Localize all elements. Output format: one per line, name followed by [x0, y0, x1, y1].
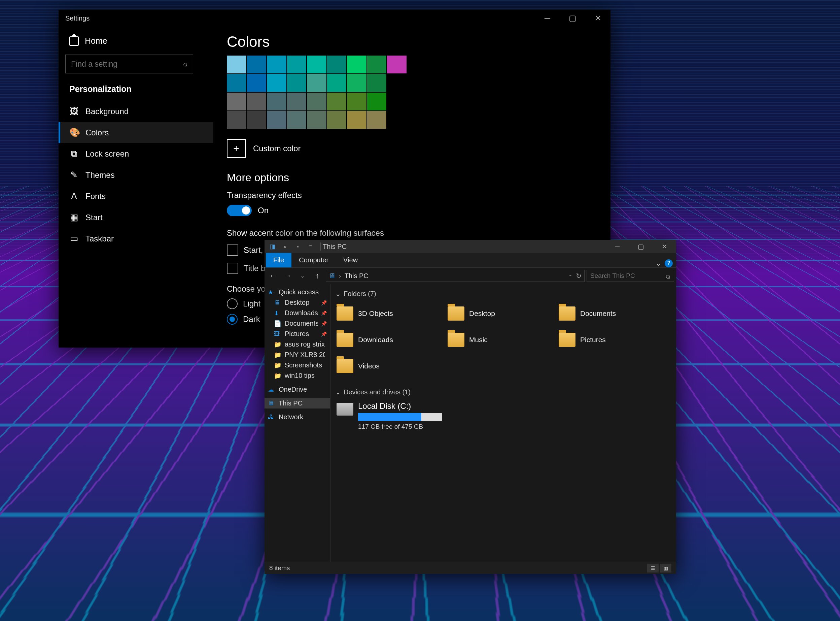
tab-view[interactable]: View [336, 253, 365, 267]
settings-titlebar[interactable]: Settings ─ ▢ ✕ [59, 10, 610, 27]
color-swatch[interactable] [227, 111, 246, 129]
color-swatch[interactable] [347, 56, 367, 73]
address-dropdown-icon[interactable]: ⌄ [568, 272, 573, 280]
minimize-button[interactable]: ─ [535, 10, 560, 27]
settings-search[interactable]: ⌕ [65, 55, 193, 73]
nav-item-pictures[interactable]: 🖼Pictures📌 [264, 329, 330, 339]
settings-search-input[interactable] [71, 60, 172, 69]
chevron-down-icon[interactable]: ⌄ [656, 259, 661, 267]
nav-item-asus-rog-strix-2080-[interactable]: 📁asus rog strix 2080 [264, 339, 330, 350]
color-swatch[interactable] [227, 92, 246, 111]
explorer-titlebar[interactable]: ◨ ▫ ▪ ⁼ This PC ─ ▢ ✕ [264, 240, 676, 253]
forward-button[interactable]: → [281, 270, 294, 282]
breadcrumb[interactable]: This PC [344, 272, 369, 280]
nav-item-desktop[interactable]: 🖥Desktop📌 [264, 297, 330, 308]
color-swatch[interactable] [247, 111, 267, 129]
folder-downloads[interactable]: Downloads [335, 328, 443, 351]
explorer-search[interactable]: ⌕ [586, 270, 674, 282]
this-pc[interactable]: 🖥This PC [264, 398, 330, 409]
folder-documents[interactable]: Documents [557, 302, 665, 325]
sidebar-item-fonts[interactable]: AFonts [65, 186, 213, 207]
nav-item-screenshots[interactable]: 📁Screenshots [264, 360, 330, 370]
sidebar-item-label: Start [86, 213, 103, 222]
qat-dropdown-icon[interactable]: ⁼ [306, 242, 315, 251]
nav-item-win10-tips[interactable]: 📁win10 tips [264, 370, 330, 381]
folder-pictures[interactable]: Pictures [557, 328, 665, 351]
sidebar-item-themes[interactable]: ✎Themes [65, 164, 213, 186]
color-swatch[interactable] [327, 74, 347, 92]
color-swatch[interactable] [307, 92, 326, 111]
system-icon[interactable]: ◨ [268, 242, 276, 251]
nav-item-documents[interactable]: 📄Documents📌 [264, 318, 330, 329]
exp-maximize-button[interactable]: ▢ [629, 240, 653, 253]
nav-item-pny-xlr8-2080-revi[interactable]: 📁PNY XLR8 2080 revi [264, 350, 330, 360]
sidebar-item-background[interactable]: 🖼Background [65, 101, 213, 122]
up-button[interactable]: ↑ [311, 270, 324, 282]
folder-name: Music [469, 336, 488, 344]
help-icon[interactable]: ? [665, 259, 673, 267]
content-pane: ⌄Folders (7) 3D ObjectsDesktopDocumentsD… [331, 284, 676, 562]
exp-minimize-button[interactable]: ─ [606, 240, 629, 253]
explorer-search-input[interactable] [590, 272, 657, 280]
color-swatch[interactable] [247, 74, 267, 92]
sidebar-item-start[interactable]: ▦Start [65, 207, 213, 228]
color-swatch[interactable] [327, 111, 347, 129]
back-button[interactable]: ← [267, 270, 279, 282]
custom-color-row[interactable]: + Custom color [227, 139, 604, 158]
color-swatch[interactable] [347, 92, 367, 111]
color-swatch[interactable] [267, 56, 286, 73]
transparency-toggle[interactable] [227, 205, 252, 216]
details-view-button[interactable]: ☰ [647, 564, 659, 573]
folder-videos[interactable]: Videos [335, 354, 443, 378]
color-swatch[interactable] [287, 74, 307, 92]
color-swatch[interactable] [327, 56, 347, 73]
color-swatch[interactable] [367, 74, 387, 92]
color-swatch[interactable] [367, 111, 387, 129]
network[interactable]: 🖧Network [264, 412, 330, 422]
color-swatch[interactable] [307, 56, 326, 73]
color-swatch[interactable] [247, 56, 267, 73]
nav-item-label: Pictures [285, 330, 309, 338]
tab-file[interactable]: File [266, 253, 292, 267]
color-swatch[interactable] [267, 74, 286, 92]
sidebar-item-lock-screen[interactable]: ⧉Lock screen [65, 143, 213, 164]
color-swatch[interactable] [307, 74, 326, 92]
color-swatch[interactable] [287, 92, 307, 111]
color-swatch[interactable] [267, 92, 286, 111]
folder-music[interactable]: Music [446, 328, 554, 351]
recent-dropdown[interactable]: ⌄ [296, 270, 309, 282]
icons-view-button[interactable]: ▦ [660, 564, 671, 573]
close-button[interactable]: ✕ [585, 10, 610, 27]
home-link[interactable]: Home [65, 32, 213, 50]
sidebar-item-taskbar[interactable]: ▭Taskbar [65, 228, 213, 249]
color-swatch[interactable] [267, 111, 286, 129]
color-swatch[interactable] [227, 56, 246, 73]
folder-3d-objects[interactable]: 3D Objects [335, 302, 443, 325]
folders-group-header[interactable]: ⌄Folders (7) [335, 288, 671, 302]
color-swatch[interactable] [247, 92, 267, 111]
color-swatch[interactable] [347, 111, 367, 129]
color-swatch[interactable] [387, 56, 406, 73]
address-bar[interactable]: 🖥 › This PC ⌄ ↻ [326, 270, 585, 282]
qat-new-icon[interactable]: ▪ [293, 242, 302, 251]
color-swatch[interactable] [367, 92, 387, 111]
quick-access[interactable]: ★Quick access [264, 287, 330, 297]
drive-item[interactable]: Local Disk (C:) 117 GB free of 475 GB [335, 400, 671, 432]
color-swatch[interactable] [327, 92, 347, 111]
color-swatch[interactable] [227, 74, 246, 92]
refresh-icon[interactable]: ↻ [576, 272, 582, 280]
nav-item-downloads[interactable]: ⬇Downloads📌 [264, 308, 330, 318]
maximize-button[interactable]: ▢ [560, 10, 585, 27]
color-swatch[interactable] [347, 74, 367, 92]
color-swatch[interactable] [367, 56, 387, 73]
color-swatch[interactable] [287, 111, 307, 129]
color-swatch[interactable] [287, 56, 307, 73]
exp-close-button[interactable]: ✕ [653, 240, 676, 253]
folder-desktop[interactable]: Desktop [446, 302, 554, 325]
qat-properties-icon[interactable]: ▫ [281, 242, 289, 251]
color-swatch[interactable] [307, 111, 326, 129]
onedrive[interactable]: ☁OneDrive [264, 384, 330, 395]
sidebar-item-colors[interactable]: 🎨Colors [59, 122, 213, 143]
drives-group-header[interactable]: ⌄Devices and drives (1) [335, 386, 671, 400]
tab-computer[interactable]: Computer [292, 253, 336, 267]
